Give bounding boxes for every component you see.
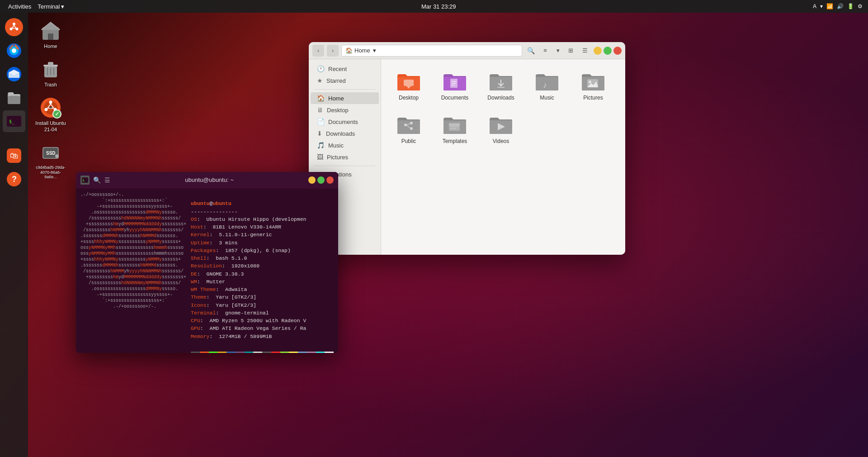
fm-folder-documents-label: Documents [441, 95, 469, 101]
topbar: Activities Terminal ▾ Mar 31 23:29 A ▾ 📶… [0, 0, 868, 13]
terminal-window: $ 🔍 ☰ ubuntu@ubuntu: ~ .-/+oossssoo+/-. … [76, 172, 338, 353]
svg-point-34 [45, 108, 48, 111]
fm-sidebar-starred[interactable]: ★ Starred [311, 75, 379, 86]
fm-folder-templates-label: Templates [443, 138, 467, 144]
fm-sidebar-pictures-label: Pictures [327, 154, 348, 161]
terminal-search-button[interactable]: 🔍 [93, 176, 101, 184]
svg-rect-13 [8, 96, 20, 104]
terminal-minimize-button[interactable] [308, 176, 316, 184]
svg-point-42 [55, 154, 59, 158]
file-manager-titlebar: ‹ › 🏠 Home ▾ 🔍 ≡ ▾ ⊞ ☰ — □ ✕ [309, 42, 625, 59]
fm-folder-templates[interactable]: Templates [434, 110, 475, 148]
fm-folder-music[interactable]: ♪ Music [527, 67, 567, 105]
fm-sidebar-recent-label: Recent [328, 66, 347, 72]
svg-point-55 [404, 124, 407, 126]
desktop-icons-area: Home Trash [28, 13, 73, 187]
fm-folder-public[interactable]: Public [388, 110, 429, 148]
fm-sidebar-downloads[interactable]: ⬇ Downloads [311, 128, 379, 139]
fm-sidebar-home-label: Home [328, 95, 344, 102]
fm-list-view-button[interactable]: ≡ [539, 45, 551, 57]
desktop-icon-disk[interactable]: SSD c9d4bad5-29da-4070-86a6-9a6e... [33, 139, 69, 182]
terminal-menu-button[interactable]: ☰ [104, 176, 110, 184]
disk-icon-label: c9d4bad5-29da-4070-86a6-9a6e... [34, 165, 67, 180]
fm-close-button[interactable]: ✕ [613, 47, 622, 55]
dock-item-help[interactable]: ? [3, 168, 25, 190]
fm-search-button[interactable]: 🔍 [525, 45, 537, 57]
svg-rect-21 [48, 33, 53, 40]
home-icon-label: Home [44, 43, 57, 49]
fm-breadcrumb-dropdown[interactable]: ▾ [373, 47, 376, 54]
dock-item-terminal[interactable]: $_ [3, 110, 25, 132]
fm-sidebar-documents[interactable]: 📄 Documents [311, 116, 379, 128]
fm-folder-pictures[interactable]: Pictures [573, 67, 613, 105]
terminal-app-icon: $ [80, 176, 90, 185]
fm-forward-button[interactable]: › [327, 45, 339, 57]
terminal-sysinfo: ubuntu@ubuntu --------------- OS: Ubuntu… [191, 192, 334, 353]
terminal-window-controls [308, 176, 334, 184]
fm-folder-documents[interactable]: Documents [434, 67, 475, 105]
terminal-indicator[interactable]: Terminal ▾ [38, 3, 64, 10]
fm-breadcrumb-label: Home [354, 47, 370, 54]
dock-item-thunderbird[interactable] [3, 63, 25, 85]
terminal-body[interactable]: .-/+oossssoo+/-. `:+ssssssssssssssssss+:… [76, 188, 338, 353]
fm-sidebar-recent[interactable]: 🕐 Recent [311, 63, 379, 75]
svg-rect-44 [406, 86, 411, 87]
fm-grid-view-button[interactable]: ⊞ [565, 45, 576, 57]
desktop-icon-trash[interactable]: Trash [33, 56, 69, 90]
fm-sidebar-home[interactable]: 🏠 Home [311, 92, 379, 104]
file-manager-window: ‹ › 🏠 Home ▾ 🔍 ≡ ▾ ⊞ ☰ — □ ✕ 🕐 Recent [309, 42, 625, 255]
fm-sidebar-desktop[interactable]: 🖥 Desktop [311, 104, 379, 116]
fm-folder-videos-label: Videos [493, 138, 509, 144]
fm-sidebar-music[interactable]: 🎵 Music [311, 139, 379, 151]
desktop-icon-install[interactable]: ✓ Install Ubuntu 21-04 [33, 94, 69, 135]
application-dock: $_ 🛍 ? [0, 13, 28, 457]
terminal-titlebar: $ 🔍 ☰ ubuntu@ubuntu: ~ [76, 172, 338, 188]
dock-item-files[interactable] [3, 87, 25, 109]
desktop-icon-home[interactable]: Home [33, 17, 69, 52]
fm-documents-icon: 📄 [317, 118, 325, 125]
dock-item-firefox[interactable] [3, 40, 25, 62]
fm-menu-button[interactable]: ☰ [579, 45, 591, 57]
fm-maximize-button[interactable]: □ [604, 47, 612, 55]
fm-window-controls: — □ ✕ [594, 47, 622, 55]
fm-body: 🕐 Recent ★ Starred 🏠 Home 🖥 Desktop 📄 Do… [309, 59, 625, 255]
svg-point-57 [410, 127, 413, 130]
volume-icon[interactable]: 🔊 [837, 3, 844, 10]
system-menu-icon[interactable]: ⚙ [858, 3, 863, 10]
svg-rect-43 [404, 80, 414, 86]
fm-view-dropdown-button[interactable]: ▾ [552, 45, 564, 57]
fm-breadcrumb: 🏠 Home ▾ [341, 45, 522, 57]
svg-point-56 [410, 122, 413, 124]
fm-folder-public-label: Public [401, 138, 416, 144]
svg-text:♪: ♪ [543, 81, 547, 90]
fm-music-icon: 🎵 [317, 142, 325, 149]
keyboard-dropdown[interactable]: ▾ [820, 3, 823, 10]
starred-icon: ★ [317, 77, 323, 84]
activities-button[interactable]: Activities [5, 3, 34, 10]
keyboard-icon[interactable]: A [813, 3, 816, 10]
fm-home-sidebar-icon: 🏠 [317, 95, 325, 102]
fm-minimize-button[interactable]: — [594, 47, 602, 55]
fm-folder-videos[interactable]: Videos [481, 110, 521, 148]
svg-point-1 [13, 23, 15, 25]
fm-sidebar-starred-label: Starred [326, 77, 346, 84]
svg-text:🛍: 🛍 [10, 151, 18, 160]
fm-folder-desktop[interactable]: Desktop [388, 67, 429, 105]
dock-item-ubuntu[interactable] [3, 16, 25, 38]
datetime-display: Mar 31 23:29 [421, 3, 456, 10]
fm-folder-downloads[interactable]: Downloads [481, 67, 521, 105]
dock-item-appstore[interactable]: 🛍 [3, 145, 25, 167]
wifi-icon[interactable]: 📶 [826, 3, 833, 10]
svg-point-33 [49, 101, 52, 104]
fm-folder-grid: Desktop D [388, 67, 618, 148]
fm-sidebar-desktop-label: Desktop [327, 107, 349, 114]
fm-back-button[interactable]: ‹ [312, 45, 324, 57]
terminal-label: Terminal [38, 3, 60, 10]
fm-sidebar-pictures[interactable]: 🖼 Pictures [311, 151, 379, 163]
svg-text:?: ? [12, 175, 17, 184]
recent-icon: 🕐 [317, 65, 325, 72]
terminal-close-button[interactable] [326, 176, 334, 184]
terminal-maximize-button[interactable] [317, 176, 325, 184]
fm-desktop-icon: 🖥 [317, 106, 323, 114]
battery-icon[interactable]: 🔋 [847, 3, 854, 10]
